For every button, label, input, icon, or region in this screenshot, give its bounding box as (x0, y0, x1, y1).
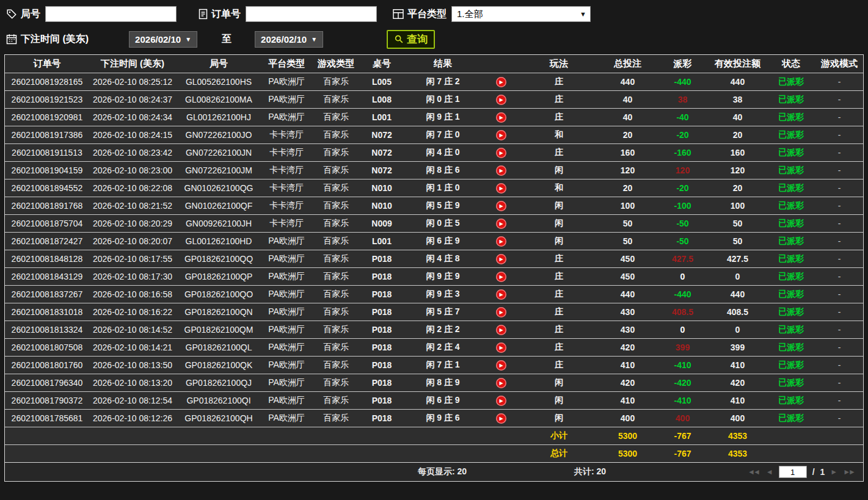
search-button-label: 查询 (407, 32, 428, 46)
cell-result: 闲 4 庄 0 (403, 143, 483, 161)
cell-game-type: 百家乐 (312, 143, 360, 161)
grand-total-total-bet: 5300 (599, 444, 657, 462)
column-header: 下注时间 (美东) (89, 55, 176, 73)
play-video-icon[interactable]: ▶ (496, 77, 506, 87)
date-from-picker[interactable]: 2026/02/10 ▼ (129, 31, 197, 48)
cell-order-id: 260210081917386 (5, 126, 89, 143)
cell-mode: - (815, 321, 863, 338)
document-icon (199, 9, 208, 20)
cell-bet-time: 2026-02-10 08:23:00 (89, 161, 176, 179)
play-video-icon[interactable]: ▶ (496, 378, 506, 388)
play-video-icon[interactable]: ▶ (496, 95, 506, 105)
cell-platform: PA欧洲厅 (261, 250, 312, 267)
next-page-button[interactable]: ► (830, 468, 837, 476)
cell-play: ▶ (483, 179, 519, 197)
cell-order-id: 260210081891768 (5, 197, 89, 214)
cell-table-no: N010 (360, 197, 403, 214)
cell-round-id: GN072262100JO (176, 126, 261, 143)
platform-type-select[interactable]: 1.全部 ▼ (451, 6, 591, 22)
cell-valid-bet: 160 (709, 143, 767, 161)
per-page-value: 20 (458, 466, 467, 476)
filter-toolbar: 局号 订单号 平台类型 1.全部 ▼ 下注时间 (美东) 2026/02/10 … (0, 0, 868, 49)
cell-play: ▶ (483, 391, 519, 409)
table-row: 2602100818431292026-02-10 08:17:30GP0182… (5, 267, 863, 285)
cell-status: 已派彩 (767, 285, 815, 303)
cell-mode: - (815, 161, 863, 179)
cell-payout: -20 (657, 179, 709, 197)
cell-bet-time: 2026-02-10 08:16:58 (89, 285, 176, 303)
play-video-icon[interactable]: ▶ (496, 236, 506, 247)
cell-valid-bet: 440 (709, 285, 767, 303)
cell-bet-type: 庄 (519, 143, 599, 161)
prev-page-button[interactable]: ◄ (766, 468, 773, 476)
cell-valid-bet: 420 (709, 374, 767, 391)
cell-payout: 400 (657, 409, 709, 427)
cell-total-bet: 420 (599, 338, 657, 356)
play-video-icon[interactable]: ▶ (496, 165, 506, 176)
cell-status: 已派彩 (767, 356, 815, 374)
total-count-info: 共计: 20 (574, 466, 606, 477)
cell-bet-type: 庄 (519, 303, 599, 321)
cell-valid-bet: 100 (709, 197, 767, 214)
cell-bet-time: 2026-02-10 08:20:29 (89, 214, 176, 232)
play-video-icon[interactable]: ▶ (496, 396, 506, 406)
cell-table-no: P018 (360, 391, 403, 409)
cell-status: 已派彩 (767, 143, 815, 161)
play-video-icon[interactable]: ▶ (496, 112, 506, 123)
play-video-icon[interactable]: ▶ (496, 413, 506, 424)
cell-valid-bet: 40 (709, 108, 767, 126)
cell-mode: - (815, 108, 863, 126)
play-video-icon[interactable]: ▶ (496, 219, 506, 229)
play-video-icon[interactable]: ▶ (496, 342, 506, 353)
play-video-icon[interactable]: ▶ (496, 201, 506, 211)
round-id-input[interactable] (45, 6, 177, 22)
cell-table-no: P018 (360, 267, 403, 285)
play-video-icon[interactable]: ▶ (496, 360, 506, 371)
cell-play: ▶ (483, 232, 519, 250)
cell-total-bet: 430 (599, 303, 657, 321)
play-video-icon[interactable]: ▶ (496, 289, 506, 300)
column-header: 状态 (767, 55, 815, 73)
play-video-icon[interactable]: ▶ (496, 148, 506, 158)
cell-round-id: GL001262100HD (176, 232, 261, 250)
cell-mode: - (815, 356, 863, 374)
order-id-input[interactable] (246, 6, 377, 22)
date-to-picker[interactable]: 2026/02/10 ▼ (255, 31, 323, 48)
cell-round-id: GP018262100QI (176, 391, 261, 409)
cell-bet-time: 2026-02-10 08:13:20 (89, 374, 176, 391)
cell-result: 闲 7 庄 0 (403, 126, 483, 143)
table-row: 2602100818310182026-02-10 08:16:22GP0182… (5, 303, 863, 321)
cell-payout: -420 (657, 374, 709, 391)
cell-payout: -410 (657, 356, 709, 374)
cell-game-type: 百家乐 (312, 267, 360, 285)
cell-game-type: 百家乐 (312, 232, 360, 250)
cell-bet-time: 2026-02-10 08:13:50 (89, 356, 176, 374)
cell-total-bet: 100 (599, 197, 657, 214)
cell-game-type: 百家乐 (312, 374, 360, 391)
cell-round-id: GN072262100JN (176, 143, 261, 161)
cell-game-type: 百家乐 (312, 391, 360, 409)
cell-total-bet: 450 (599, 250, 657, 267)
page-number-input[interactable] (779, 466, 807, 478)
table-row: 2602100818917682026-02-10 08:21:52GN0102… (5, 197, 863, 214)
cell-result: 闲 5 庄 7 (403, 303, 483, 321)
table-row: 2602100818133242026-02-10 08:14:52GP0182… (5, 321, 863, 338)
table-row: 2602100818757042026-02-10 08:20:29GN0092… (5, 214, 863, 232)
play-video-icon[interactable]: ▶ (496, 130, 506, 140)
cell-play: ▶ (483, 108, 519, 126)
play-video-icon[interactable]: ▶ (496, 254, 506, 264)
first-page-button[interactable]: ◄◄ (748, 468, 760, 476)
play-video-icon[interactable]: ▶ (496, 272, 506, 282)
play-video-icon[interactable]: ▶ (496, 307, 506, 317)
cell-total-bet: 40 (599, 108, 657, 126)
last-page-button[interactable]: ►► (843, 468, 856, 476)
cell-platform: PA欧洲厅 (261, 232, 312, 250)
play-video-icon[interactable]: ▶ (496, 325, 506, 335)
table-row: 2602100817903722026-02-10 08:12:54GP0182… (5, 391, 863, 409)
play-video-icon[interactable]: ▶ (496, 183, 506, 194)
cell-platform: PA欧洲厅 (261, 321, 312, 338)
cell-valid-bet: 20 (709, 179, 767, 197)
search-button[interactable]: 查询 (387, 30, 435, 49)
cell-round-id: GL005262100HS (176, 73, 261, 90)
cell-platform: PA欧洲厅 (261, 73, 312, 90)
